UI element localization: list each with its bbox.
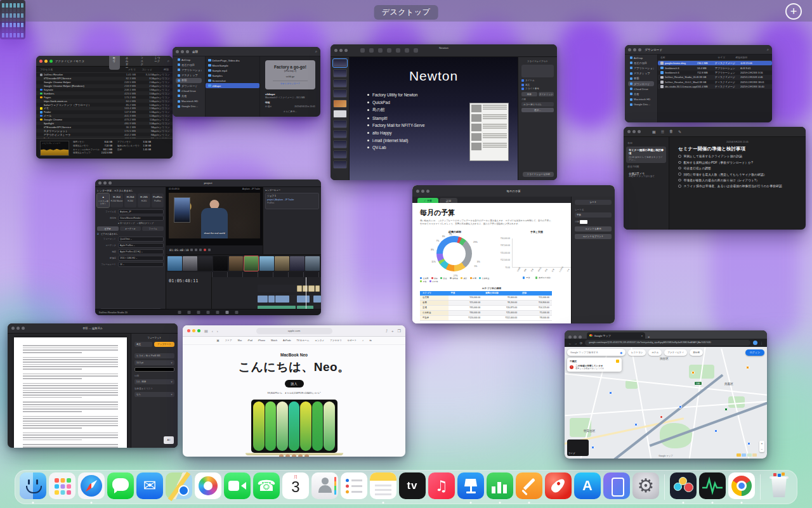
update-style-button[interactable]: アップデート	[154, 342, 174, 347]
window-finder-downloads[interactable]: ダウンロード ⌕ AirDrop最近の項目アプリケーションデスクトップ書類ダウン…	[625, 45, 772, 122]
show-more-link[interactable]: さらに表示…	[265, 110, 315, 113]
appearance-標準[interactable]: 標準	[521, 92, 537, 96]
process-row[interactable]: Google Chrome Helper249.5 MB24Appleシリコン	[36, 81, 173, 84]
back-icon[interactable]: ‹	[212, 329, 213, 333]
appstore-icon[interactable]	[574, 472, 601, 499]
checklist-item[interactable]: 配布する資料は紙かPDF（事前ダウンロード）か?	[678, 160, 797, 164]
print-comments-button[interactable]: コメントをプリント	[575, 234, 612, 239]
nav-エンタメ[interactable]: エンタメ	[315, 339, 324, 342]
note-list-item[interactable]: 会場設営メモ 木曜日 スタッフ割り当て	[626, 170, 666, 179]
dock-item-safari[interactable]	[78, 472, 105, 502]
sidebar-item[interactable]: Google Driv…	[628, 102, 654, 107]
slide-thumbnail[interactable]	[333, 100, 347, 108]
process-row[interactable]: メール401.3 MB12Appleシリコン	[36, 114, 173, 118]
tabs-icon[interactable]: ❐	[398, 329, 401, 333]
font-size-field[interactable]: 10.5 pt∨	[134, 360, 174, 365]
traffic-lights[interactable]	[187, 329, 200, 332]
slide-thumbnail[interactable]	[333, 79, 347, 88]
photos-icon[interactable]	[195, 472, 221, 499]
dock-item-facetime[interactable]	[224, 472, 251, 502]
slide-thumbnail[interactable]	[333, 130, 347, 138]
pages-icon[interactable]	[516, 472, 542, 499]
mail-icon[interactable]	[136, 472, 163, 499]
sidebar-item[interactable]: iCloud Drive	[176, 88, 202, 93]
document-page[interactable]	[14, 337, 127, 448]
facetime-icon[interactable]	[224, 472, 251, 499]
font-field[interactable]: ヒラギノ角ゴ ProN W3	[134, 353, 174, 358]
sidebar-item[interactable]: Macintosh HD	[176, 99, 202, 104]
bar-chart[interactable]: 予算と実際 ¥50,000.00¥37,500.00¥25,000.00¥12,…	[495, 230, 571, 283]
slide-canvas[interactable]: Newton Factory Ulitity for NewtonQuickPa…	[350, 57, 518, 180]
dock-item-mail[interactable]	[136, 472, 163, 502]
sheet-name-field[interactable]: 予算	[575, 212, 612, 218]
dock-item-notes[interactable]	[370, 472, 396, 502]
slide-thumbnail[interactable]	[333, 69, 347, 77]
address-bar[interactable]: google.com/maps/@35.4532278,139.4935537,…	[585, 340, 750, 346]
dock-item-music[interactable]	[428, 472, 455, 502]
sidebar-item[interactable]: デスクトップ	[628, 71, 654, 76]
traffic-lights[interactable]	[39, 60, 53, 63]
search-icon[interactable]: ⌕	[315, 49, 317, 54]
clip-thumbnail[interactable]	[198, 256, 213, 271]
line-spacing-field[interactable]: 1.0 - 標準∨	[134, 379, 174, 384]
record-slideshow-button[interactable]: スライドショーを記録	[523, 172, 554, 177]
file-item[interactable]: Samples	[206, 73, 259, 78]
add-space-button[interactable]: +	[785, 3, 802, 20]
sheet-tab-設定[interactable]: 設定	[440, 198, 457, 203]
clip-thumbnail[interactable]	[259, 256, 274, 271]
clip-thumbnail[interactable]	[244, 256, 259, 271]
rocket-icon[interactable]	[545, 472, 572, 499]
text-style-icon[interactable]: A≡	[164, 436, 174, 444]
dock-item-trash[interactable]	[766, 472, 792, 502]
window-activity-monitor[interactable]: アクティビティモニタ CPUメモリエネルギーディスクネットワーク ⌕ プロセス名…	[36, 56, 173, 159]
appearance-ダイナミック[interactable]: ダイナミック	[539, 92, 554, 96]
url-field[interactable]: apple.com	[256, 328, 332, 334]
chip-レストラン[interactable]: レストラン	[628, 349, 646, 356]
transport-controls[interactable]: 01:05:48:10	[166, 245, 263, 254]
render-preset[interactable]: H.264H.264 Master	[110, 193, 122, 207]
search-icon[interactable]: ⌕	[767, 48, 769, 52]
window-finder-documents[interactable]: 書類 ⌕ AirDrop最近の項目アプリケーションデスクトップ書類ダウンロードi…	[173, 47, 320, 117]
checkbox-本文[interactable]: 本文	[521, 84, 554, 86]
background-select[interactable]: カラー塗りつぶし	[521, 102, 554, 107]
dock-item-cal[interactable]: 月3	[282, 472, 309, 502]
tv-icon[interactable]	[399, 472, 426, 499]
window-pages[interactable]: 書類 — 編集済み フォーマット 本文 アップデート ヒラギノ角ゴ ProN W…	[8, 323, 178, 448]
slide-thumbnail[interactable]	[333, 110, 347, 118]
traffic-lights[interactable]	[98, 181, 112, 185]
process-row[interactable]: Numbers423.6 MB16Appleシリコン	[36, 91, 173, 95]
nav-ストア[interactable]: ストア	[225, 339, 232, 342]
nav-サポート[interactable]: サポート	[348, 339, 357, 342]
clip-thumbnail[interactable]	[290, 256, 304, 271]
text-color-well[interactable]	[134, 367, 174, 372]
add-tab-icon[interactable]: +	[391, 329, 394, 333]
sidebar-item[interactable]: アプリケーション	[628, 65, 654, 70]
finder-icon[interactable]	[20, 472, 46, 499]
process-row[interactable]: メモ163.4 MB13Appleシリコン	[36, 107, 173, 110]
render-preset[interactable]: H.264H.264	[124, 193, 136, 207]
traffic-lights[interactable]	[176, 50, 189, 53]
sidebar-item[interactable]: アプリケーション	[176, 67, 202, 72]
process-row[interactable]: Keynote208.1 MB18Appleシリコン	[36, 88, 173, 92]
sheet-canvas[interactable]: 毎月の予算 使い始めるには、このテンプレートのサンプルデータを自分のデータに置き…	[412, 203, 571, 323]
dock-item-maps[interactable]	[166, 472, 192, 502]
traffic-lights[interactable]	[627, 130, 641, 133]
zoom-controls[interactable]: +−	[759, 441, 764, 452]
table-header[interactable]: プロセス名 メモリ スレッド 種類	[36, 67, 173, 73]
choose-image-button[interactable]: 選択…	[521, 108, 554, 112]
window-davinci-resolve[interactable]: project レンダー設定 - カスタム書き出し ▲カスタム書き出しH.264…	[95, 179, 321, 315]
process-row[interactable]: VTDecoderXPCService82.3 MB82Appleシリコン	[36, 77, 173, 81]
sidebar-item[interactable]: iCloud Drive	[628, 86, 654, 91]
nav-Watch[interactable]: Watch	[271, 339, 277, 342]
show-comments-button[interactable]: コメントを表示	[575, 226, 612, 231]
area-info-card[interactable]: 目黒区 ! この地域は渋滞しています通常より交通量が多いようです	[567, 358, 622, 372]
dock-item-msg[interactable]	[107, 472, 134, 502]
slide-thumbnail[interactable]	[333, 140, 347, 148]
dock-item-chrome[interactable]	[728, 472, 755, 502]
forward-icon[interactable]: →	[574, 341, 577, 345]
donut-chart[interactable]: 経費の総額 29%3%5%27%11%8%7%3%7% 住居費保険交通食料品娯楽…	[420, 230, 490, 283]
nav-アクセサリ[interactable]: アクセサリ	[330, 339, 341, 342]
rem-icon[interactable]	[341, 472, 367, 499]
numbers-icon[interactable]	[487, 472, 513, 499]
launchpad-icon[interactable]	[49, 472, 75, 499]
